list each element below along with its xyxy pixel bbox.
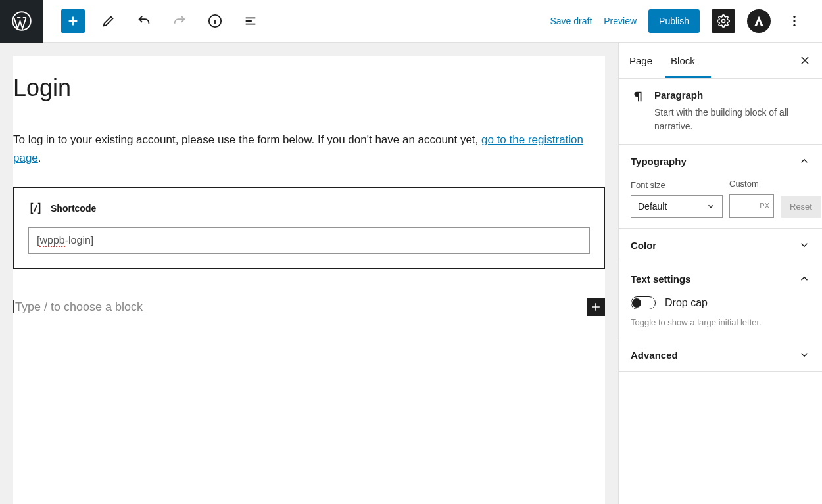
preview-link[interactable]: Preview [604, 16, 637, 26]
svg-point-3 [793, 16, 795, 18]
reset-button[interactable]: Reset [781, 196, 821, 218]
chevron-down-icon [798, 239, 810, 251]
tab-block[interactable]: Block [671, 46, 695, 76]
tab-page[interactable]: Page [629, 46, 652, 76]
add-block-button[interactable] [61, 9, 85, 33]
shortcode-block[interactable]: Shortcode [wppb-login] [13, 187, 605, 269]
font-size-select[interactable]: Default [631, 195, 723, 218]
text-settings-title: Text settings [631, 273, 690, 285]
drop-cap-help: Toggle to show a large initial letter. [631, 317, 810, 327]
chevron-down-icon [706, 202, 715, 211]
toolbar-left [43, 9, 262, 33]
color-title: Color [631, 240, 656, 251]
settings-button[interactable] [712, 9, 735, 33]
text-settings-panel: Text settings Drop cap Toggle to show a … [619, 262, 822, 338]
editor-canvas: Login To log in to your existing account… [13, 56, 605, 504]
text-settings-panel-toggle[interactable]: Text settings [631, 273, 810, 285]
advanced-panel: Advanced [619, 338, 822, 372]
color-panel: Color [619, 229, 822, 262]
paragraph-icon [631, 89, 645, 133]
chevron-up-icon [798, 155, 810, 167]
more-options-button[interactable] [783, 9, 806, 33]
outline-icon[interactable] [239, 9, 262, 33]
settings-sidebar: Page Block Paragraph Start with the buil… [618, 43, 822, 504]
undo-button[interactable] [132, 9, 156, 33]
drop-cap-label: Drop cap [665, 297, 708, 309]
svg-point-5 [793, 24, 795, 26]
new-block-placeholder[interactable]: Type / to choose a block [13, 300, 587, 314]
shortcode-header: Shortcode [28, 201, 590, 216]
shortcode-label: Shortcode [51, 203, 96, 214]
block-description: Start with the building block of all nar… [654, 106, 810, 133]
typography-panel: Typography Font size Default Custom PX [619, 145, 822, 229]
block-title: Paragraph [654, 89, 810, 101]
drop-cap-toggle[interactable] [631, 296, 656, 309]
intro-suffix: . [38, 152, 41, 164]
top-toolbar: Save draft Preview Publish [0, 0, 822, 43]
new-block-row[interactable]: Type / to choose a block [13, 298, 605, 316]
typography-panel-toggle[interactable]: Typography [631, 155, 810, 167]
chevron-up-icon [798, 273, 810, 285]
typography-title: Typography [631, 156, 687, 167]
advanced-title: Advanced [631, 350, 678, 361]
info-icon[interactable] [203, 9, 227, 33]
close-sidebar-button[interactable] [798, 54, 811, 67]
intro-paragraph[interactable]: To log in to your existing account, plea… [13, 131, 605, 168]
page-title[interactable]: Login [13, 74, 605, 118]
svg-point-2 [722, 20, 725, 23]
editor-canvas-wrap: Login To log in to your existing account… [0, 43, 618, 504]
inline-add-block-button[interactable] [587, 298, 605, 316]
toolbar-right: Save draft Preview Publish [550, 9, 822, 33]
publish-button[interactable]: Publish [648, 9, 700, 33]
shortcode-icon [28, 201, 43, 216]
color-panel-toggle[interactable]: Color [631, 239, 810, 251]
save-draft-link[interactable]: Save draft [550, 16, 592, 26]
font-size-label: Font size [631, 180, 723, 190]
intro-text: To log in to your existing account, plea… [13, 133, 481, 146]
advanced-panel-toggle[interactable]: Advanced [631, 349, 810, 361]
chevron-down-icon [798, 349, 810, 361]
astra-icon[interactable] [747, 9, 771, 33]
block-info-panel: Paragraph Start with the building block … [619, 79, 822, 145]
sidebar-tabs: Page Block [619, 43, 822, 79]
wordpress-logo[interactable] [0, 0, 43, 43]
svg-point-4 [793, 20, 795, 22]
redo-button[interactable] [168, 9, 191, 33]
shortcode-input[interactable]: [wppb-login] [28, 227, 590, 254]
edit-icon[interactable] [97, 9, 120, 33]
custom-size-input[interactable]: PX [729, 194, 774, 218]
custom-label: Custom [729, 179, 774, 189]
